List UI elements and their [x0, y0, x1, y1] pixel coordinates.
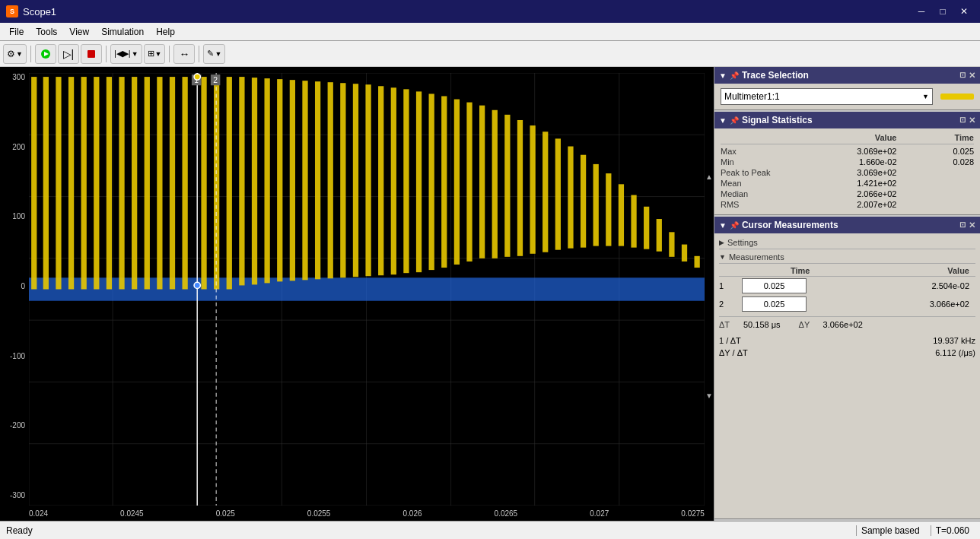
y-label-neg300: -300 — [2, 491, 27, 499]
scroll-down-arrow[interactable]: ▼ — [705, 392, 713, 400]
cursor-measurements-icons: ⊡ ✕ — [959, 220, 975, 230]
zoom-dropdown[interactable]: ⊞ ▼ — [144, 44, 166, 64]
stats-header-row: Value Time — [721, 132, 974, 144]
svg-rect-55 — [466, 103, 472, 262]
svg-rect-30 — [145, 77, 150, 289]
stats-col-label — [721, 133, 781, 142]
cursor-measurements-popout[interactable]: ⊡ — [959, 220, 966, 230]
signal-stats-pin[interactable]: 📌 — [730, 116, 739, 125]
svg-rect-67 — [619, 184, 624, 246]
measurements-section-header[interactable]: Measurements — [719, 251, 975, 264]
stats-row-peak: Peak to Peak 3.069e+02 — [721, 167, 974, 178]
svg-rect-34 — [201, 77, 206, 289]
status-right: Sample based T=0.060 — [856, 525, 974, 536]
trace-selection-collapse[interactable]: ▼ — [719, 71, 727, 80]
stats-value-max: 3.069e+02 — [813, 147, 897, 156]
svg-rect-42 — [302, 81, 307, 280]
cursor-measurements-pin[interactable]: 📌 — [730, 221, 739, 230]
trace-selection-pin[interactable]: 📌 — [730, 71, 739, 80]
window-controls: ─ □ ✕ — [912, 4, 974, 19]
menu-tools[interactable]: Tools — [30, 25, 63, 39]
x-label-4: 0.026 — [403, 509, 422, 518]
cursor-measurements-close[interactable]: ✕ — [969, 220, 975, 230]
settings-section-header[interactable]: Settings — [719, 236, 975, 249]
svg-rect-26 — [94, 77, 99, 289]
sample-based-label: Sample based — [856, 525, 924, 536]
stats-value-rms: 2.007e+02 — [813, 200, 897, 209]
scroll-up-arrow[interactable]: ▲ — [705, 173, 713, 181]
cursor-body: Settings Measurements Time Value 1 2.504… — [714, 233, 980, 363]
svg-rect-53 — [441, 96, 447, 268]
svg-rect-68 — [631, 195, 636, 248]
menu-view[interactable]: View — [63, 25, 95, 39]
scope-plot-area[interactable]: 300 200 100 0 -100 -200 -300 — [0, 67, 714, 521]
measurements-table-header: Time Value — [719, 265, 975, 277]
cursor-measurements-collapse[interactable]: ▼ — [719, 221, 727, 230]
svg-rect-21 — [31, 77, 37, 289]
svg-rect-41 — [290, 80, 295, 281]
svg-rect-44 — [328, 82, 333, 278]
x-label-7: 0.0275 — [681, 509, 705, 518]
toolbar-sep-1 — [30, 46, 31, 62]
y-label-100: 100 — [2, 212, 27, 220]
svg-point-77 — [194, 74, 200, 80]
svg-point-78 — [194, 282, 200, 288]
col-time-header: Time — [742, 266, 859, 275]
freq-label: 1 / ΔT — [719, 336, 741, 345]
stats-value-mean: 1.421e+02 — [813, 179, 897, 188]
cursor2-value: 3.066e+02 — [859, 300, 976, 309]
slope-row: ΔY / ΔT 6.112 (/μs) — [719, 347, 975, 359]
scroll-arrows: ▲ ▼ — [705, 67, 714, 506]
x-label-0: 0.024 — [29, 509, 48, 518]
svg-rect-66 — [606, 173, 611, 246]
signal-stats-collapse[interactable]: ▼ — [719, 116, 727, 125]
measurements-label: Measurements — [729, 252, 784, 262]
svg-rect-22 — [43, 77, 49, 289]
svg-rect-54 — [454, 100, 460, 265]
svg-rect-50 — [403, 89, 409, 273]
minimize-button[interactable]: ─ — [912, 4, 931, 19]
nav-dropdown[interactable]: |◀▶| ▼ — [110, 44, 142, 64]
menu-file[interactable]: File — [3, 25, 30, 39]
stats-label-mean: Mean — [721, 179, 781, 188]
toolbar: ⚙ ▼ ▷| |◀▶| ▼ ⊞ ▼ ↔ ✎ ▼ — [0, 41, 980, 67]
svg-rect-63 — [568, 147, 573, 249]
stats-col-value-header: Value — [813, 133, 897, 142]
step-button[interactable]: ▷| — [58, 44, 79, 64]
menu-simulation[interactable]: Simulation — [95, 25, 150, 39]
col-index-header — [719, 266, 742, 275]
settings-dropdown[interactable]: ⚙ ▼ — [3, 44, 27, 64]
svg-rect-25 — [81, 77, 87, 289]
x-label-6: 0.027 — [590, 509, 609, 518]
stats-label-rms: RMS — [721, 200, 781, 209]
maximize-button[interactable]: □ — [933, 4, 953, 19]
svg-rect-60 — [530, 125, 535, 254]
delta-row: ΔT 50.158 μs ΔY 3.066e+02 — [719, 316, 975, 331]
cursor-dropdown[interactable]: ✎ ▼ — [203, 44, 225, 64]
signal-stats-popout[interactable]: ⊡ — [959, 116, 966, 125]
waveform-svg: 1 2 — [29, 73, 705, 506]
stats-label-peak: Peak to Peak — [721, 168, 781, 177]
svg-rect-58 — [504, 115, 510, 257]
stop-button[interactable] — [81, 44, 102, 64]
signal-stats-icons: ⊡ ✕ — [959, 116, 975, 125]
signal-stats-close[interactable]: ✕ — [969, 116, 975, 125]
svg-rect-72 — [682, 245, 687, 262]
trace-selection-popout[interactable]: ⊡ — [959, 71, 966, 81]
run-button[interactable] — [35, 44, 56, 64]
close-button[interactable]: ✕ — [954, 4, 974, 19]
trace-dropdown[interactable]: Multimeter1:1 ▼ — [721, 88, 933, 105]
signal-stats-section: ▼ 📌 Signal Statistics ⊡ ✕ Value Time Max — [714, 112, 980, 215]
autoscale-button[interactable]: ↔ — [173, 44, 195, 64]
stats-col-time-header: Time — [928, 133, 974, 142]
cursor1-measurement-row: 1 2.504e-02 — [719, 277, 975, 295]
svg-rect-37 — [239, 77, 244, 285]
trace-selection-close[interactable]: ✕ — [969, 71, 975, 81]
cursor1-time-input[interactable] — [742, 278, 807, 293]
y-label-300: 300 — [2, 73, 27, 81]
cursor2-time-input[interactable] — [742, 296, 807, 312]
menu-help[interactable]: Help — [150, 25, 181, 39]
title-bar: S Scope1 ─ □ ✕ — [0, 0, 980, 23]
signal-stats-header: ▼ 📌 Signal Statistics ⊡ ✕ — [714, 112, 980, 128]
svg-rect-48 — [378, 86, 383, 275]
